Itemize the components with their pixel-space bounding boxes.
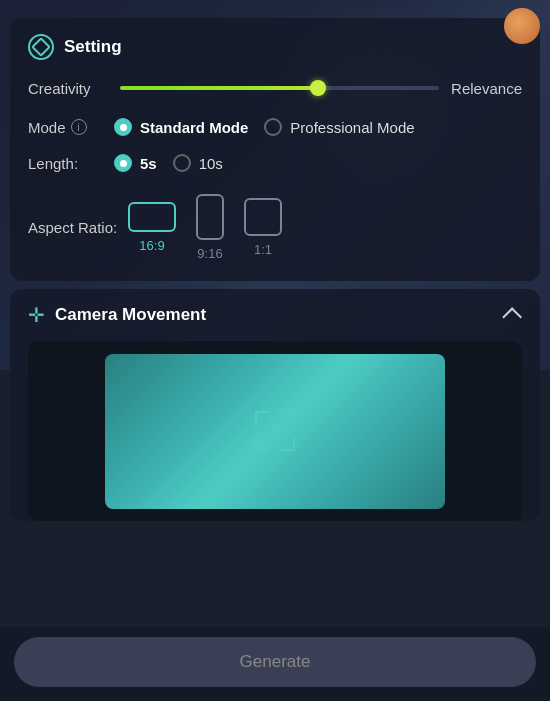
section-header: Setting <box>28 34 522 60</box>
aspect-9-16-shape <box>196 194 224 240</box>
standard-mode-label: Standard Mode <box>140 119 248 136</box>
camera-inner-preview <box>105 354 445 509</box>
mode-row: Mode i Standard Mode Professional Mode <box>28 118 522 136</box>
camera-title: Camera Movement <box>55 305 206 325</box>
aspect-9-16-label: 9:16 <box>197 246 222 261</box>
aspect-1-1-label: 1:1 <box>254 242 272 257</box>
aspect-ratio-row: Aspect Ratio: 16:9 9:16 <box>28 194 522 261</box>
camera-header: ✛ Camera Movement <box>28 303 522 327</box>
generate-button[interactable]: Generate <box>14 637 536 687</box>
creativity-row: Creativity Relevance <box>28 78 522 98</box>
aspect-1-1-box <box>244 198 282 236</box>
section-title: Setting <box>64 37 122 57</box>
collapse-button[interactable] <box>498 303 522 327</box>
center-dot <box>272 428 278 434</box>
avatar <box>504 8 540 44</box>
mode-info-icon[interactable]: i <box>71 119 87 135</box>
length-10s-option[interactable]: 10s <box>173 154 223 172</box>
aspect-9-16-option[interactable]: 9:16 <box>196 194 224 261</box>
corner-bl <box>255 437 269 451</box>
length-5s-option[interactable]: 5s <box>114 154 157 172</box>
generate-button-wrapper: Generate <box>0 627 550 701</box>
corner-tl <box>255 411 269 425</box>
corner-br <box>281 437 295 451</box>
slider-fill <box>120 86 318 90</box>
aspect-1-1-shape <box>244 198 282 236</box>
aspect-9-16-box <box>196 194 224 240</box>
camera-header-left: ✛ Camera Movement <box>28 303 206 327</box>
aspect-options: 16:9 9:16 1:1 <box>128 194 282 261</box>
slider-thumb <box>310 80 326 96</box>
setting-section: Setting Creativity Relevance Mode i Stan… <box>10 18 540 281</box>
camera-move-icon: ✛ <box>28 303 45 327</box>
length-10s-radio[interactable] <box>173 154 191 172</box>
professional-mode-label: Professional Mode <box>290 119 414 136</box>
standard-mode-radio[interactable] <box>114 118 132 136</box>
camera-target-icon <box>255 411 295 451</box>
settings-icon <box>28 34 54 60</box>
creativity-label: Creativity <box>28 80 108 97</box>
aspect-16-9-option[interactable]: 16:9 <box>128 202 176 253</box>
aspect-ratio-label: Aspect Ratio: <box>28 219 128 236</box>
slider-track <box>120 86 439 90</box>
length-10s-label: 10s <box>199 155 223 172</box>
length-5s-label: 5s <box>140 155 157 172</box>
aspect-1-1-option[interactable]: 1:1 <box>244 198 282 257</box>
relevance-label: Relevance <box>451 80 522 97</box>
aspect-16-9-label: 16:9 <box>139 238 164 253</box>
length-label: Length: <box>28 155 98 172</box>
length-5s-radio[interactable] <box>114 154 132 172</box>
camera-movement-section: ✛ Camera Movement <box>10 289 540 521</box>
camera-preview <box>28 341 522 521</box>
standard-mode-option[interactable]: Standard Mode <box>114 118 248 136</box>
professional-mode-radio[interactable] <box>264 118 282 136</box>
professional-mode-option[interactable]: Professional Mode <box>264 118 414 136</box>
aspect-16-9-shape <box>128 202 176 232</box>
creativity-slider[interactable] <box>120 78 439 98</box>
aspect-16-9-box <box>128 202 176 232</box>
length-row: Length: 5s 10s <box>28 154 522 172</box>
corner-tr <box>281 411 295 425</box>
mode-label: Mode i <box>28 119 98 136</box>
